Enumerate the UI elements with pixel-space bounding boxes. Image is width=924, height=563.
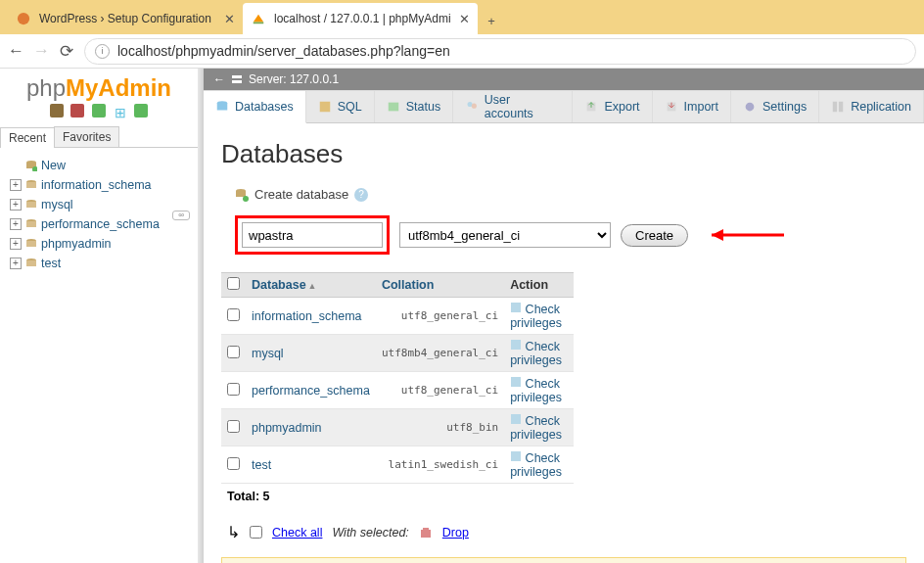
row-checkbox[interactable] <box>227 457 240 470</box>
check-all-link[interactable]: Check all <box>272 526 322 540</box>
svg-rect-32 <box>511 303 521 312</box>
gear-icon <box>743 100 757 114</box>
row-checkbox[interactable] <box>227 383 240 396</box>
arrow-annotation <box>698 223 786 247</box>
help-icon[interactable]: ? <box>354 188 368 202</box>
databases-table: Database▲ Collation Action information_s… <box>221 272 574 484</box>
browser-tab[interactable]: localhost / 127.0.0.1 | phpMyAdmin ✕ <box>243 3 478 34</box>
db-link[interactable]: performance_schema <box>252 384 370 398</box>
tab-import[interactable]: Import <box>653 90 731 122</box>
docs-icon[interactable]: ⊞ <box>114 105 127 118</box>
tab-settings[interactable]: Settings <box>731 90 819 122</box>
collation-cell: utf8_general_ci <box>376 298 504 335</box>
svg-rect-16 <box>232 80 242 83</box>
tree-db[interactable]: +test <box>6 254 192 273</box>
expand-icon[interactable]: + <box>10 218 22 230</box>
tab-title: localhost / 127.0.0.1 | phpMyAdmin <box>274 12 451 25</box>
svg-rect-18 <box>217 104 228 111</box>
db-link[interactable]: test <box>252 458 271 472</box>
svg-rect-37 <box>421 530 431 538</box>
tab-recent[interactable]: Recent <box>0 127 55 148</box>
sort-asc-icon: ▲ <box>308 281 317 291</box>
tab-sql[interactable]: SQL <box>306 90 375 122</box>
databases-icon <box>215 100 229 114</box>
svg-rect-36 <box>511 451 521 461</box>
top-tabs: Databases SQL Status User accounts Expor… <box>204 90 924 123</box>
site-info-icon[interactable]: i <box>95 44 110 59</box>
favicon-wordpress <box>16 11 31 26</box>
close-icon[interactable]: ✕ <box>459 13 470 25</box>
reload-button[interactable]: ⟳ <box>59 41 74 62</box>
browser-tab[interactable]: WordPress › Setup Configuration ✕ <box>8 3 243 34</box>
svg-rect-19 <box>320 102 331 113</box>
col-collation[interactable]: Collation <box>382 278 434 292</box>
row-checkbox[interactable] <box>227 420 240 433</box>
privileges-icon <box>510 302 522 313</box>
tree-new-label[interactable]: New <box>41 159 66 172</box>
tab-export[interactable]: Export <box>573 90 652 122</box>
row-checkbox[interactable] <box>227 346 240 358</box>
db-icon <box>25 179 37 191</box>
breadcrumb: ← Server: 127.0.0.1 <box>204 69 924 90</box>
server-icon <box>231 73 243 85</box>
col-action: Action <box>504 273 574 298</box>
url: localhost/phpmyadmin/server_databases.ph… <box>117 43 450 59</box>
svg-rect-1 <box>254 23 264 24</box>
close-icon[interactable]: ✕ <box>224 13 235 25</box>
tab-user-accounts[interactable]: User accounts <box>453 90 573 122</box>
check-all-checkbox[interactable] <box>250 526 262 539</box>
select-all-checkbox[interactable] <box>227 277 240 290</box>
db-link[interactable]: information_schema <box>252 309 362 323</box>
collapse-sidebar-button[interactable]: ∞ <box>172 211 190 220</box>
collation-cell: utf8_bin <box>376 409 504 446</box>
logout-icon[interactable] <box>70 104 84 117</box>
col-database[interactable]: Database <box>252 278 306 292</box>
tab-status[interactable]: Status <box>375 90 453 122</box>
table-row: test latin1_swedish_ci Check privileges <box>221 446 574 484</box>
breadcrumb-back-icon[interactable]: ← <box>213 72 225 86</box>
drop-icon <box>419 526 433 540</box>
with-selected-label: With selected: <box>332 526 408 540</box>
expand-icon[interactable]: + <box>10 238 22 250</box>
svg-rect-12 <box>26 241 36 247</box>
db-name-input[interactable] <box>242 222 383 248</box>
expand-icon[interactable]: + <box>10 179 22 191</box>
table-row: phpmyadmin utf8_bin Check privileges <box>221 409 574 446</box>
warning-note: ! Note: Enabling the database statistics… <box>221 557 906 563</box>
tab-favorites[interactable]: Favorites <box>54 126 119 147</box>
export-icon <box>584 100 598 114</box>
tree-new[interactable]: . New <box>6 156 192 175</box>
tab-replication[interactable]: Replication <box>819 90 924 122</box>
create-button[interactable]: Create <box>621 224 688 247</box>
tab-databases[interactable]: Databases <box>204 90 306 123</box>
highlight-annotation <box>235 215 390 255</box>
collation-select[interactable]: utf8mb4_general_ci <box>399 222 611 248</box>
svg-rect-29 <box>236 191 246 197</box>
back-button[interactable]: ← <box>8 41 23 61</box>
tree-db[interactable]: +information_schema <box>6 175 192 195</box>
db-link[interactable]: phpmyadmin <box>252 421 322 435</box>
new-tab-button[interactable]: + <box>478 7 505 34</box>
tree-db[interactable]: +performance_schema <box>6 214 192 234</box>
table-row: mysql utf8mb4_general_ci Check privilege… <box>221 335 574 372</box>
logo[interactable]: phpMyAdmin <box>0 72 198 104</box>
expand-icon[interactable]: + <box>10 199 22 211</box>
collation-cell: utf8_general_ci <box>376 372 504 409</box>
svg-rect-8 <box>26 202 36 208</box>
app: phpMyAdmin ⊞ Recent Favorites ∞ . New +i… <box>0 69 924 563</box>
bulk-actions: ↳ Check all With selected: Drop <box>227 523 906 541</box>
page-title: Databases <box>221 139 906 169</box>
row-checkbox[interactable] <box>227 308 240 321</box>
reload-nav-icon[interactable] <box>134 104 148 117</box>
address-bar[interactable]: i localhost/phpmyadmin/server_databases.… <box>84 38 916 65</box>
sidebar-quick-icons: ⊞ <box>0 104 198 120</box>
home-icon[interactable] <box>50 104 64 117</box>
tree-db[interactable]: +phpmyadmin <box>6 234 192 254</box>
expand-icon[interactable]: + <box>10 258 22 269</box>
settings-icon[interactable] <box>92 104 106 117</box>
db-link[interactable]: mysql <box>252 347 284 360</box>
tree-db[interactable]: +mysql <box>6 195 192 214</box>
svg-rect-27 <box>839 102 843 113</box>
drop-link[interactable]: Drop <box>442 526 469 540</box>
svg-rect-38 <box>423 528 429 530</box>
